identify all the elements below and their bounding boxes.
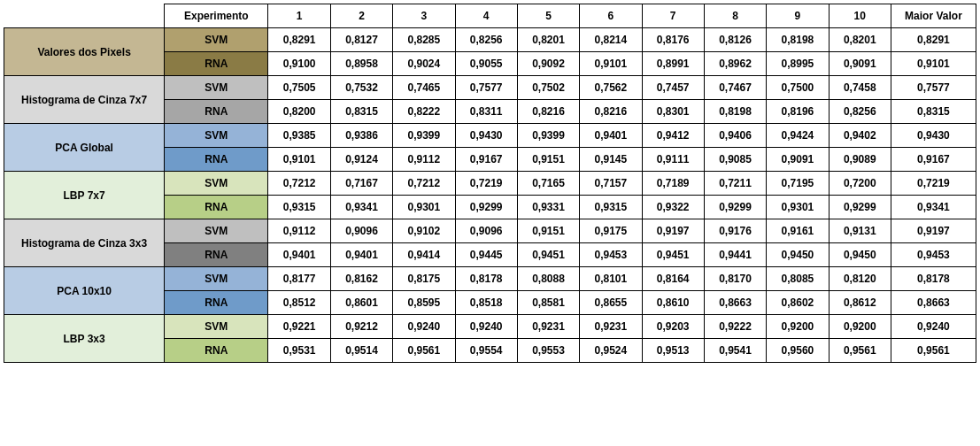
value-cell: 0,7467 [704,76,766,100]
group-label: Histograma de Cinza 3x3 [4,219,165,267]
value-cell: 0,9112 [268,219,330,243]
group-label: Valores dos Pixels [4,28,165,76]
max-cell: 0,9197 [891,219,976,243]
value-cell: 0,8602 [767,291,829,315]
value-cell: 0,8127 [330,28,392,52]
value-cell: 0,9315 [580,196,642,219]
max-cell: 0,9167 [891,148,976,172]
method-cell: RNA [165,196,268,219]
value-cell: 0,7505 [268,76,330,100]
header-col-3: 3 [393,4,455,28]
value-cell: 0,9560 [767,339,829,363]
value-cell: 0,7500 [767,76,829,100]
value-cell: 0,9131 [829,219,891,243]
value-cell: 0,9386 [330,124,392,148]
method-cell: SVM [165,76,268,100]
header-col-8: 8 [704,4,766,28]
value-cell: 0,7195 [767,172,829,196]
value-cell: 0,8198 [767,28,829,52]
value-cell: 0,8222 [393,100,455,124]
value-cell: 0,9221 [268,315,330,339]
max-cell: 0,7219 [891,172,976,196]
value-cell: 0,9414 [393,243,455,267]
value-cell: 0,9091 [767,148,829,172]
table-row: LBP 7x7SVM0,72120,71670,72120,72190,7165… [4,172,976,196]
value-cell: 0,7562 [580,76,642,100]
value-cell: 0,9402 [829,124,891,148]
value-cell: 0,8256 [829,100,891,124]
value-cell: 0,9445 [455,243,517,267]
value-cell: 0,9151 [517,148,579,172]
value-cell: 0,9514 [330,339,392,363]
value-cell: 0,9385 [268,124,330,148]
max-cell: 0,8291 [891,28,976,52]
value-cell: 0,7212 [268,172,330,196]
value-cell: 0,8101 [580,267,642,291]
value-cell: 0,8164 [642,267,704,291]
value-cell: 0,9299 [829,196,891,219]
value-cell: 0,9055 [455,52,517,76]
header-col-5: 5 [517,4,579,28]
results-table: Experimento12345678910Maior Valor Valore… [4,4,976,363]
max-cell: 0,9430 [891,124,976,148]
value-cell: 0,9176 [704,219,766,243]
value-cell: 0,8291 [268,28,330,52]
value-cell: 0,8601 [330,291,392,315]
value-cell: 0,9451 [642,243,704,267]
value-cell: 0,9531 [268,339,330,363]
value-cell: 0,9101 [580,52,642,76]
value-cell: 0,9401 [330,243,392,267]
value-cell: 0,7167 [330,172,392,196]
value-cell: 0,9167 [455,148,517,172]
max-cell: 0,8663 [891,291,976,315]
value-cell: 0,8201 [517,28,579,52]
table-row: Histograma de Cinza 7x7SVM0,75050,75320,… [4,76,976,100]
value-cell: 0,9231 [517,315,579,339]
value-cell: 0,9124 [330,148,392,172]
table-row: PCA GlobalSVM0,93850,93860,93990,94300,9… [4,124,976,148]
value-cell: 0,8170 [704,267,766,291]
value-cell: 0,7200 [829,172,891,196]
value-cell: 0,9412 [642,124,704,148]
value-cell: 0,8200 [268,100,330,124]
value-cell: 0,7458 [829,76,891,100]
value-cell: 0,9102 [393,219,455,243]
table-header: Experimento12345678910Maior Valor [4,4,976,28]
value-cell: 0,9424 [767,124,829,148]
value-cell: 0,8176 [642,28,704,52]
value-cell: 0,8995 [767,52,829,76]
value-cell: 0,8178 [455,267,517,291]
max-cell: 0,9240 [891,315,976,339]
header-col-7: 7 [642,4,704,28]
value-cell: 0,9203 [642,315,704,339]
value-cell: 0,9299 [455,196,517,219]
header-max: Maior Valor [891,4,976,28]
value-cell: 0,9301 [767,196,829,219]
value-cell: 0,7465 [393,76,455,100]
value-cell: 0,8175 [393,267,455,291]
value-cell: 0,8962 [704,52,766,76]
header-experimento: Experimento [165,4,268,28]
value-cell: 0,9561 [829,339,891,363]
value-cell: 0,9085 [704,148,766,172]
method-cell: SVM [165,124,268,148]
header-col-6: 6 [580,4,642,28]
value-cell: 0,8162 [330,267,392,291]
value-cell: 0,9240 [393,315,455,339]
value-cell: 0,9430 [455,124,517,148]
max-cell: 0,8315 [891,100,976,124]
method-cell: RNA [165,339,268,363]
value-cell: 0,9450 [829,243,891,267]
value-cell: 0,9299 [704,196,766,219]
method-cell: RNA [165,291,268,315]
value-cell: 0,9561 [393,339,455,363]
group-label: PCA 10x10 [4,267,165,315]
value-cell: 0,8315 [330,100,392,124]
value-cell: 0,8126 [704,28,766,52]
value-cell: 0,7502 [517,76,579,100]
value-cell: 0,9175 [580,219,642,243]
value-cell: 0,9096 [455,219,517,243]
header-col-2: 2 [330,4,392,28]
value-cell: 0,9200 [829,315,891,339]
value-cell: 0,8120 [829,267,891,291]
